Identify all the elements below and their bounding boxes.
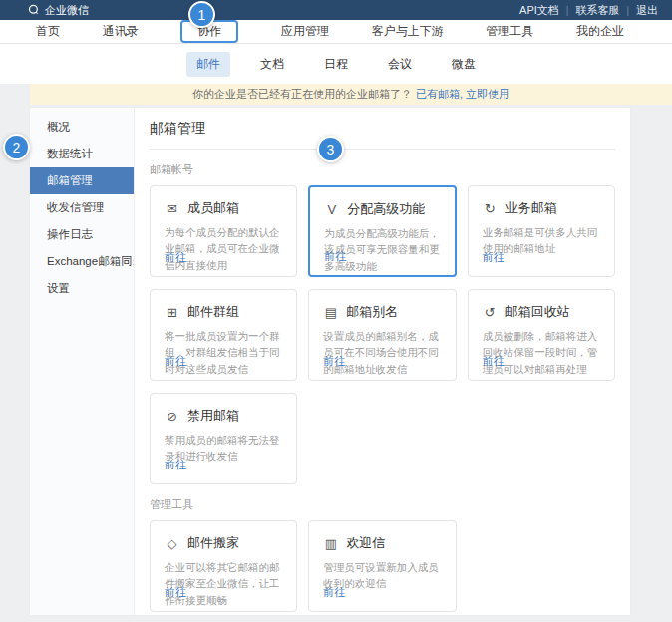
group-copy-icon: ⊞ — [165, 305, 179, 320]
divider: | — [626, 5, 629, 16]
main-content: 邮箱管理 邮箱帐号 ✉ 成员邮箱 为每个成员分配的默认企业邮箱，成员可在企业微信… — [135, 108, 630, 615]
section-label-tools: 管理工具 — [150, 497, 615, 512]
card-welcome-letter: ▥ 欢迎信 管理员可设置新加入成员收到的欢迎信 前往 — [308, 520, 456, 612]
sidebar-item-statistics[interactable]: 数据统计 — [30, 141, 134, 167]
sidebar-item-overview[interactable]: 概况 — [30, 114, 134, 141]
card-advanced-features: V 分配高级功能 为成员分配高级功能后，该成员可享无限容量和更多高级功能 前往 — [308, 185, 456, 277]
collaboration-subtabs: 邮件 文档 日程 会议 微盘 — [0, 44, 672, 84]
card-title: 分配高级功能 — [347, 200, 425, 218]
mailbox-notice-bar: 你的企业是否已经有正在使用的企业邮箱了？ 已有邮箱, 立即使用 — [30, 84, 672, 105]
go-link[interactable]: 前往 — [483, 250, 504, 265]
ban-icon: ⊘ — [165, 409, 179, 424]
card-mail-migration: ◇ 邮件搬家 企业可以将其它邮箱的邮件搬家至企业微信，让工作衔接更顺畅 前往 — [150, 520, 297, 612]
nav-item-my-company[interactable]: 我的企业 — [576, 23, 624, 40]
card-description: 成员被删除，邮箱将进入回收站保留一段时间，管理员可以对邮箱再处理 — [483, 328, 600, 377]
card-description: 企业可以将其它邮箱的邮件搬家至企业微信，让工作衔接更顺畅 — [165, 559, 282, 608]
alias-doc-icon: ▤ — [323, 305, 338, 320]
card-title: 业务邮箱 — [505, 199, 557, 217]
notice-text: 你的企业是否已经有正在使用的企业邮箱了？ — [192, 87, 412, 102]
package-icon: ◇ — [165, 536, 179, 551]
card-description: 为每个成员分配的默认企业邮箱，成员可在企业微信内直接使用 — [165, 224, 282, 273]
go-link[interactable]: 前往 — [165, 250, 186, 265]
logout-link[interactable]: 退出 — [636, 3, 658, 18]
card-title: 邮箱回收站 — [505, 303, 570, 321]
card-title: 邮箱别名 — [346, 303, 398, 321]
app-logo: 企业微信 — [28, 3, 89, 18]
divider — [150, 149, 615, 150]
card-title: 邮件群组 — [187, 303, 239, 321]
card-title: 邮件搬家 — [187, 534, 239, 552]
go-link[interactable]: 前往 — [165, 585, 186, 600]
card-business-mailbox: ↻ 业务邮箱 业务邮箱是可供多人共同使用的邮箱地址 前往 — [468, 185, 615, 277]
account-card-grid: ✉ 成员邮箱 为每个成员分配的默认企业邮箱，成员可在企业微信内直接使用 前往 V… — [150, 185, 615, 484]
card-mail-group: ⊞ 邮件群组 将一批成员设置为一个群组，对群组发信相当于同时对这些成员发信 前往 — [150, 289, 297, 381]
tools-card-grid: ◇ 邮件搬家 企业可以将其它邮箱的邮件搬家至企业微信，让工作衔接更顺畅 前往 ▥… — [150, 520, 615, 612]
sidebar-item-mailbox-management[interactable]: 邮箱管理 — [30, 167, 134, 194]
go-link[interactable]: 前往 — [165, 354, 186, 369]
tab-mail[interactable]: 邮件 — [186, 52, 230, 77]
card-mailbox-recycle-bin: ↺ 邮箱回收站 成员被删除，邮箱将进入回收站保留一段时间，管理员可以对邮箱再处理… — [468, 289, 615, 381]
go-link[interactable]: 前往 — [323, 354, 345, 369]
nav-item-home[interactable]: 首页 — [36, 23, 60, 40]
divider: | — [566, 5, 569, 16]
card-mailbox-alias: ▤ 邮箱别名 设置成员的邮箱别名，成员可在不同场合使用不同的邮箱地址收发信 前往 — [308, 289, 456, 381]
main-nav: 首页 通讯录 协作 应用管理 客户与上下游 管理工具 我的企业 — [0, 20, 672, 44]
go-link[interactable]: 前往 — [483, 354, 504, 369]
recycle-icon: ↺ — [483, 305, 498, 320]
go-link[interactable]: 前往 — [324, 249, 346, 264]
vip-crown-icon: V — [324, 202, 339, 217]
card-title: 成员邮箱 — [187, 199, 239, 217]
tab-meeting[interactable]: 会议 — [378, 52, 422, 77]
sidebar-item-send-receive[interactable]: 收发信管理 — [30, 194, 134, 221]
go-link[interactable]: 前往 — [323, 585, 345, 600]
contact-support-link[interactable]: 联系客服 — [575, 3, 619, 18]
topbar: 企业微信 API文档 | 联系客服 | 退出 — [0, 0, 672, 20]
sync-icon: ↻ — [483, 201, 498, 216]
tab-docs[interactable]: 文档 — [250, 52, 294, 77]
step-badge-1: 1 — [188, 1, 215, 28]
mail-admin-panel: 概况 数据统计 邮箱管理 收发信管理 操作日志 Exchange邮箱同步 设置 … — [30, 108, 630, 615]
step-badge-3: 3 — [317, 136, 344, 162]
existing-mailbox-link[interactable]: 已有邮箱, 立即使用 — [416, 87, 509, 102]
tab-drive[interactable]: 微盘 — [442, 52, 486, 77]
app-logo-text: 企业微信 — [45, 3, 89, 18]
envelope-icon: ✉ — [165, 201, 179, 216]
topbar-links: API文档 | 联系客服 | 退出 — [519, 3, 658, 18]
sidebar-item-exchange-sync[interactable]: Exchange邮箱同步 — [30, 248, 134, 275]
nav-item-contacts[interactable]: 通讯录 — [103, 23, 139, 40]
tab-calendar[interactable]: 日程 — [314, 52, 358, 77]
card-title: 禁用邮箱 — [187, 407, 239, 425]
section-label-accounts: 邮箱帐号 — [150, 162, 615, 177]
chat-bubble-logo-icon — [28, 4, 40, 16]
card-disable-mailbox: ⊘ 禁用邮箱 禁用成员的邮箱将无法登录和进行收发信 前往 — [150, 393, 297, 484]
card-member-mailbox: ✉ 成员邮箱 为每个成员分配的默认企业邮箱，成员可在企业微信内直接使用 前往 — [150, 185, 297, 277]
go-link[interactable]: 前往 — [165, 458, 186, 472]
nav-item-app-management[interactable]: 应用管理 — [281, 23, 329, 40]
card-title: 欢迎信 — [346, 534, 385, 552]
step-badge-2: 2 — [3, 134, 30, 160]
nav-item-customers[interactable]: 客户与上下游 — [372, 23, 444, 40]
page-title: 邮箱管理 — [150, 120, 615, 138]
welcome-letter-icon: ▥ — [323, 536, 338, 551]
card-description: 设置成员的邮箱别名，成员可在不同场合使用不同的邮箱地址收发信 — [323, 328, 441, 377]
api-docs-link[interactable]: API文档 — [519, 3, 559, 18]
sidebar: 概况 数据统计 邮箱管理 收发信管理 操作日志 Exchange邮箱同步 设置 — [30, 108, 135, 615]
sidebar-item-operation-log[interactable]: 操作日志 — [30, 221, 134, 248]
nav-item-admin-tools[interactable]: 管理工具 — [486, 23, 533, 40]
card-description: 将一批成员设置为一个群组，对群组发信相当于同时对这些成员发信 — [165, 328, 282, 377]
sidebar-item-settings[interactable]: 设置 — [30, 275, 134, 302]
